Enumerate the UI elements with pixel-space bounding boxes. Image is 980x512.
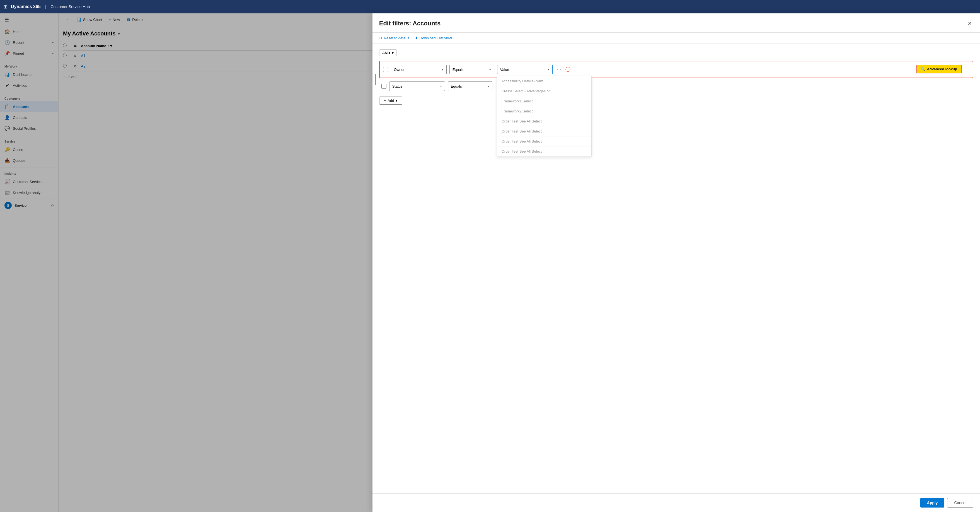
reset-button[interactable]: ↺ Reset to default — [379, 36, 409, 40]
filter-2-field-label: Status — [392, 84, 402, 88]
search-icon: 🔍 — [921, 67, 925, 71]
cancel-button[interactable]: Cancel — [947, 498, 973, 507]
app-title: Dynamics 365 — [11, 4, 41, 9]
add-icon: + — [384, 99, 386, 103]
nav-separator: | — [45, 5, 46, 9]
filter-2-operator-label: Equals — [451, 84, 462, 88]
modal-actions: ↺ Reset to default ⬇ Download FetchXML — [372, 33, 980, 44]
and-badge[interactable]: AND ▾ — [379, 49, 397, 56]
reset-label: Reset to default — [384, 36, 409, 40]
filter-1-field-chevron: ▾ — [442, 68, 444, 72]
apply-button[interactable]: Apply — [920, 498, 945, 507]
top-nav: ⊞ Dynamics 365 | Customer Service Hub — [0, 0, 980, 13]
filter-1-field-select[interactable]: Owner ▾ — [391, 65, 447, 74]
filter-1-value-label: Value — [500, 67, 509, 72]
download-button[interactable]: ⬇ Download FetchXML — [415, 36, 453, 40]
suggestion-item-2[interactable]: Framework1 Select — [497, 96, 591, 106]
filter-1-field-label: Owner — [394, 67, 404, 72]
grid-icon[interactable]: ⊞ — [3, 4, 8, 10]
suggestion-item-4[interactable]: Order Test See All Select — [497, 116, 591, 126]
filter-2-checkbox[interactable] — [382, 84, 387, 89]
suggestions-dropdown: Accessibility Details (Nam... Create Sel… — [497, 76, 592, 157]
suggestion-item-1[interactable]: Create Select - Advantages of ... — [497, 86, 591, 96]
filter-1-operator-chevron: ▾ — [489, 68, 491, 72]
filter-row-1-container: Owner ▾ Equals ▾ Value ▾ ⋯ ⓘ — [379, 61, 973, 78]
filter-row-1: Owner ▾ Equals ▾ Value ▾ ⋯ ⓘ — [383, 65, 969, 74]
filter-1-checkbox[interactable] — [383, 67, 388, 72]
filter-1-operator-label: Equals — [452, 67, 464, 72]
download-label: Download FetchXML — [420, 36, 453, 40]
modal-panel: Edit filters: Accounts ✕ ↺ Reset to defa… — [372, 13, 980, 512]
filter-1-value-chevron: ▾ — [547, 68, 549, 72]
filter-2-operator-chevron: ▾ — [488, 85, 489, 88]
filter-2-operator-select[interactable]: Equals ▾ — [448, 81, 492, 91]
filter-row-2: Status ▾ Equals ▾ — [379, 81, 973, 91]
advanced-lookup-label: Advanced lookup — [927, 67, 957, 71]
and-chevron: ▾ — [392, 51, 394, 55]
modal-footer: Apply Cancel — [372, 493, 980, 512]
modal-overlay: Edit filters: Accounts ✕ ↺ Reset to defa… — [0, 13, 980, 512]
suggestion-item-3[interactable]: Framework2 Select — [497, 106, 591, 116]
suggestion-item-5[interactable]: Order Test See All Select — [497, 126, 591, 136]
suggestion-item-6[interactable]: Order Test See All Select — [497, 136, 591, 147]
filter-1-operator-select[interactable]: Equals ▾ — [449, 65, 494, 74]
download-icon: ⬇ — [415, 36, 418, 40]
add-chevron: ▾ — [396, 99, 398, 103]
filter-2-field-select[interactable]: Status ▾ — [389, 81, 445, 91]
suggestion-item-7[interactable]: Order Test See All Select — [497, 147, 591, 156]
filter-1-value-select[interactable]: Value ▾ — [497, 65, 553, 74]
hub-title: Customer Service Hub — [51, 5, 90, 9]
and-label: AND — [382, 51, 390, 55]
modal-header: Edit filters: Accounts ✕ — [372, 13, 980, 33]
modal-close-button[interactable]: ✕ — [966, 19, 973, 28]
modal-title: Edit filters: Accounts — [379, 20, 441, 27]
filter-1-info-icon: ⓘ — [565, 66, 570, 73]
reset-icon: ↺ — [379, 36, 382, 40]
filter-1-more-button[interactable]: ⋯ — [557, 66, 562, 73]
add-label: Add — [388, 99, 394, 103]
advanced-lookup-button[interactable]: 🔍 Advanced lookup — [916, 65, 962, 73]
modal-body: AND ▾ Owner ▾ Equals ▾ Value — [372, 44, 980, 493]
add-filter-button[interactable]: + Add ▾ — [379, 97, 402, 105]
filter-2-field-chevron: ▾ — [440, 85, 442, 88]
suggestion-item-0[interactable]: Accessibility Details (Nam... — [497, 76, 591, 86]
